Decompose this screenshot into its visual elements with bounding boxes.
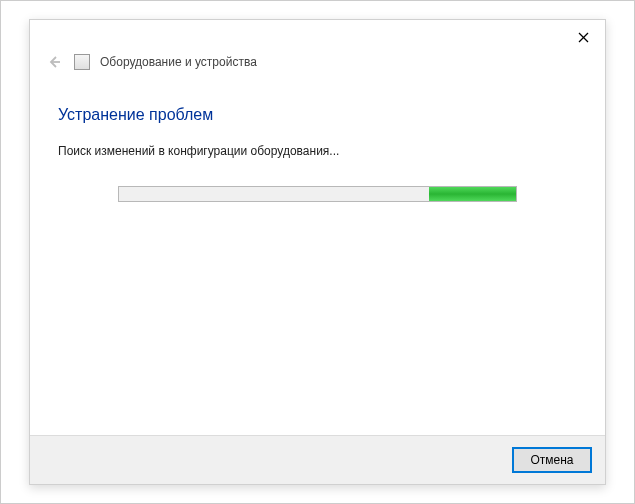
cancel-button[interactable]: Отмена: [513, 448, 591, 472]
outer-frame: Оборудование и устройства Устранение про…: [0, 0, 635, 504]
page-title: Оборудование и устройства: [100, 55, 257, 69]
progress-bar: [118, 186, 517, 202]
heading: Устранение проблем: [58, 106, 577, 124]
progress-container: [58, 186, 577, 202]
titlebar: [30, 20, 605, 54]
troubleshooter-icon: [74, 54, 90, 70]
close-icon: [578, 32, 589, 43]
breadcrumb: Оборудование и устройства: [30, 54, 605, 78]
content-area: Устранение проблем Поиск изменений в кон…: [30, 78, 605, 435]
back-arrow-icon: [44, 54, 64, 70]
status-text: Поиск изменений в конфигурации оборудова…: [58, 144, 577, 158]
troubleshooter-window: Оборудование и устройства Устранение про…: [29, 19, 606, 485]
footer: Отмена: [30, 435, 605, 484]
close-button[interactable]: [563, 22, 603, 52]
progress-fill: [429, 187, 516, 201]
